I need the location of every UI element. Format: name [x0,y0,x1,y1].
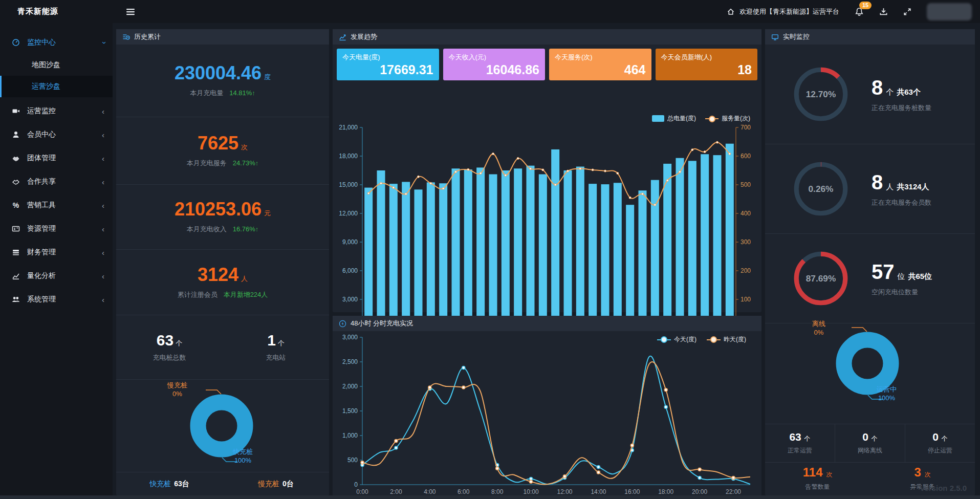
sidebar-item-operation-sandbox[interactable]: 运营沙盘 [0,76,113,97]
slow-pump-count: 慢充桩0台 [223,480,329,489]
hourly-panel-header: 48小时 分时充电实况 [333,316,761,331]
bolt-circle-icon [339,320,346,328]
sidebar-item-label: 财务管理 [27,248,56,257]
sidebar-item-label: 量化分析 [27,271,56,280]
fullscreen-icon[interactable] [903,8,911,16]
stat-month-energy: 230004.46度 本月充电量14.81%↑ [116,45,329,117]
svg-text:600: 600 [741,153,751,160]
dashboard-root: 青禾新能源 欢迎使用【青禾新能源】运营平台 15 [0,0,980,499]
donut-label-offline: 离线0% [812,319,825,337]
legend-swatch-line [705,115,718,122]
status-stopped: 0 个 停止运营 [905,424,975,462]
sidebar-item-group-management[interactable]: 团体管理 ‹ [0,146,113,170]
svg-text:10:00: 10:00 [524,488,539,495]
svg-text:2,000: 2,000 [342,383,358,390]
trend-panel: 发展趋势 今天电量(度)17669.31 今天收入(元)16046.86 今天服… [333,29,761,312]
legend-swatch-bar [652,115,664,122]
svg-text:12:00: 12:00 [557,488,572,495]
sidebar-item-resource-management[interactable]: 资源管理 ‹ [0,217,113,241]
donut-label-fast: 快充桩100% [233,447,253,465]
legend-swatch-yesterday [707,336,721,343]
svg-text:6:00: 6:00 [458,488,470,495]
download-icon[interactable] [879,7,888,16]
status-normal: 63 个 正常运营 [765,424,835,462]
sidebar-item-label: 地图沙盘 [32,60,60,70]
svg-text:3,000: 3,000 [342,334,358,341]
sidebar-item-cooperation-share[interactable]: 合作共享 ‹ [0,170,113,193]
dashboard-icon [11,38,20,47]
gauge-ring: 12.70% [790,63,852,125]
hourly-line-chart: 05001,0001,5002,0002,5003,0000:002:004:0… [333,331,761,498]
legend-item-service-count[interactable]: 服务量(次) [705,114,750,123]
sidebar-item-finance-management[interactable]: 财务管理 ‹ [0,241,113,264]
chevron-left-icon: ‹ [102,107,104,115]
legend-item-yesterday[interactable]: 昨天(度) [707,335,746,344]
chevron-left-icon: ‹ [102,155,104,162]
svg-text:4:00: 4:00 [424,488,436,495]
finance-icon [11,248,20,256]
chevron-left-icon: ‹ [102,272,104,280]
chevron-left-icon: ‹ [102,296,104,303]
user-icon [11,131,20,139]
realtime-panel-header: 实时监控 [765,29,975,45]
hourly-charging-panel: 48小时 分时充电实况 今天(度) 昨天(度) 05001,0001,5002,… [333,316,761,499]
chevron-left-icon: ‹ [102,249,104,256]
chevron-left-icon: ‹ [102,202,104,209]
svg-text:1,500: 1,500 [342,407,358,415]
history-panel-title: 历史累计 [134,32,161,41]
sidebar-item-label: 会员中心 [27,130,56,139]
card-today-new-members: 今天会员新增(人)18 [656,49,758,80]
svg-text:700: 700 [741,124,751,131]
stat-registered-members: 3124人 累计注册会员本月新增224人 [116,250,329,315]
svg-text:22:00: 22:00 [726,488,741,495]
sidebar-item-system-management[interactable]: 系统管理 ‹ [0,288,113,311]
svg-text:12,000: 12,000 [339,210,358,217]
hamburger-menu-icon[interactable] [126,8,135,16]
svg-text:21,000: 21,000 [339,124,358,131]
gauge-charging-members: 0.26% 8人共3124人 正在充电服务会员数 [765,144,975,234]
realtime-monitor-panel: 实时监控 12.70% 8个共63个 正在充电服务桩数量 0.26% 8人共31… [765,29,975,495]
history-summary-panel: 历史累计 230004.46度 本月充电量14.81%↑ 7625次 本月充电服… [116,29,329,495]
realtime-panel-title: 实时监控 [783,32,810,41]
sidebar-nav: 监控中心 ‹ 地图沙盘 运营沙盘 运营监控 ‹ 会员中心 ‹ [0,23,113,499]
sidebar-item-quant-analysis[interactable]: 量化分析 ‹ [0,264,113,288]
cooperation-icon [11,178,20,186]
app-logo: 青禾新能源 [0,7,113,16]
sidebar-item-label: 团体管理 [27,154,56,163]
sidebar-item-monitor-center[interactable]: 监控中心 ‹ [0,31,113,54]
chevron-left-icon: ‹ [102,225,104,233]
notifications-button[interactable]: 15 [855,7,864,16]
sidebar-item-member-center[interactable]: 会员中心 ‹ [0,123,113,146]
sidebar-item-map-sandbox[interactable]: 地图沙盘 [0,54,113,76]
svg-text:18:00: 18:00 [658,488,673,495]
hourly-panel-title: 48小时 分时充电实况 [351,319,413,328]
trend-panel-title: 发展趋势 [351,32,377,41]
gauge-idle-slots: 87.69% 57位共65位 空闲充电位数量 [765,234,975,323]
trend-panel-header: 发展趋势 [333,29,761,45]
legend-item-today[interactable]: 今天(度) [657,335,696,344]
svg-text:1,000: 1,000 [342,432,358,439]
svg-text:400: 400 [741,210,751,217]
legend-item-total-energy[interactable]: 总电量(度) [652,114,696,123]
svg-text:200: 200 [741,267,751,274]
gauge-ring: 87.69% [790,247,852,310]
sidebar-item-label: 系统管理 [27,295,56,304]
pump-type-donut-chart: 慢充桩0% 快充桩100% [116,380,329,472]
sidebar-item-operation-monitor[interactable]: 运营监控 ‹ [0,99,113,123]
history-list-icon [122,33,130,41]
svg-text:18,000: 18,000 [339,153,358,160]
welcome-text: 欢迎使用【青禾新能源】运营平台 [739,7,839,16]
svg-text:8:00: 8:00 [491,488,504,495]
welcome-area: 欢迎使用【青禾新能源】运营平台 [727,7,839,16]
id-card-icon [11,225,20,233]
chevron-left-icon: ‹ [102,131,104,139]
user-avatar[interactable] [927,3,972,20]
home-icon[interactable] [727,8,735,16]
trend-chart-icon [339,33,346,41]
sidebar-item-label: 运营沙盘 [32,82,60,91]
svg-text:12.70%: 12.70% [806,89,836,99]
sidebar-item-marketing-tools[interactable]: % 营销工具 ‹ [0,193,113,217]
donut-label-slow: 慢充桩0% [167,381,187,398]
pump-totals-row: 63个 充电桩总数 1个 充电站 [116,315,329,380]
svg-text:14:00: 14:00 [591,488,606,495]
